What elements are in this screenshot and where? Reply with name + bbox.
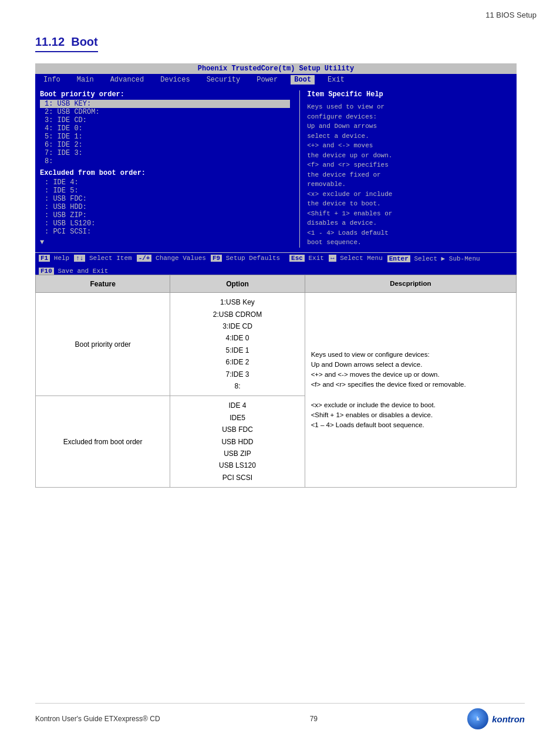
bios-menu-exit[interactable]: Exit	[324, 75, 348, 84]
section-title: 11.12 Boot	[35, 35, 98, 52]
feature-excluded: Excluded from boot order	[36, 396, 170, 488]
option-ide5: IDE5	[176, 412, 298, 424]
option-pci-scsi: PCI SCSI	[176, 472, 298, 484]
option-usb-zip: USB ZIP	[176, 448, 298, 459]
option-usb-fdc: USB FDC	[176, 424, 298, 435]
bios-boot-item-8[interactable]: 8:	[40, 157, 290, 165]
bios-screen: Phoenix TrustedCore(tm) Setup Utility In…	[35, 63, 517, 276]
bios-excl-usb-fdc[interactable]: : USB FDC:	[40, 195, 290, 203]
footer-enter: Enter Select ▶ Sub-Menu	[387, 255, 480, 263]
bios-boot-item-2[interactable]: 2: USB CDROM:	[40, 108, 290, 116]
feature-boot-priority: Boot priority order	[36, 293, 170, 396]
option-ide1: 5:IDE 1	[176, 344, 298, 356]
bios-help-content: Keys used to view or configure devices: …	[307, 102, 512, 248]
kontron-icon: k	[467, 708, 488, 729]
esc-key: Esc	[289, 255, 305, 262]
bios-right-panel: Item Specific Help Keys used to view or …	[299, 90, 512, 248]
bios-menu-advanced[interactable]: Advanced	[107, 75, 148, 84]
bios-title-bar: Phoenix TrustedCore(tm) Setup Utility	[35, 63, 517, 74]
bios-content: Boot priority order: 1: USB KEY: 2: USB …	[35, 86, 517, 252]
footer-change: -/+ Change Values	[137, 255, 206, 263]
bios-excl-usb-zip[interactable]: : USB ZIP:	[40, 211, 290, 219]
footer-f1: F1 Help	[39, 255, 69, 263]
option-ide-cd: 3:IDE CD	[176, 320, 298, 332]
f9-key: F9	[211, 255, 222, 262]
option-usb-ls120: USB LS120	[176, 459, 298, 471]
change-key: -/+	[137, 255, 152, 262]
f10-key: F10	[39, 268, 54, 275]
boot-priority-options: 1:USB Key 2:USB CDROM 3:IDE CD 4:IDE 0 5…	[176, 296, 298, 392]
table-row-boot-priority: Boot priority order 1:USB Key 2:USB CDRO…	[36, 293, 517, 396]
bios-left-panel: Boot priority order: 1: USB KEY: 2: USB …	[40, 90, 299, 248]
page-footer: Kontron User's Guide ETXexpress® CD 79 k…	[35, 703, 525, 729]
bios-menu-security[interactable]: Security	[203, 75, 244, 84]
option-excluded: IDE 4 IDE5 USB FDC USB HDD USB ZIP USB L…	[170, 396, 305, 488]
bios-boot-item-6[interactable]: 6: IDE 2:	[40, 141, 290, 149]
bios-menu-info[interactable]: Info	[40, 75, 64, 84]
option-ide0: 4:IDE 0	[176, 332, 298, 344]
bios-menu-bar: Info Main Advanced Devices Security Powe…	[35, 74, 517, 86]
option-ide2: 6:IDE 2	[176, 356, 298, 368]
table-header-desc: Descpription	[305, 275, 516, 293]
footer-doc-title: Kontron User's Guide ETXexpress® CD	[35, 715, 160, 723]
bios-excl-ide5[interactable]: : IDE 5:	[40, 187, 290, 195]
footer-updown: ↑↓ Select Item	[74, 255, 131, 263]
boot-priority-label: Boot priority order:	[40, 90, 290, 99]
bios-boot-item-1[interactable]: 1: USB KEY:	[40, 100, 290, 108]
enter-key: Enter	[387, 255, 410, 262]
bios-boot-item-7[interactable]: 7: IDE 3:	[40, 149, 290, 157]
bios-excl-ide4[interactable]: : IDE 4:	[40, 178, 290, 187]
bios-boot-item-3[interactable]: 3: IDE CD:	[40, 116, 290, 124]
table-header-feature: Feature	[36, 275, 170, 293]
bios-menu-boot[interactable]: Boot	[291, 75, 315, 84]
option-usb-key: 1:USB Key	[176, 296, 298, 308]
option-ide3-8: 8:	[176, 380, 298, 392]
page-chapter-label: 11 BIOS Setup	[485, 11, 537, 19]
option-ide3: 7:IDE 3	[176, 369, 298, 380]
excluded-options: IDE 4 IDE5 USB FDC USB HDD USB ZIP USB L…	[176, 400, 298, 484]
bios-menu-devices[interactable]: Devices	[157, 75, 193, 84]
option-usb-cdrom: 2:USB CDROM	[176, 309, 298, 320]
f1-key: F1	[39, 255, 50, 262]
excluded-label: Excluded from boot order:	[40, 169, 290, 177]
bios-help-title: Item Specific Help	[307, 90, 512, 99]
bios-boot-item-4[interactable]: 4: IDE 0:	[40, 124, 290, 133]
info-table: Feature Option Descpription Boot priorit…	[35, 275, 517, 488]
kontron-logo: k kontron	[467, 708, 525, 729]
footer-esc: Esc Exit	[289, 255, 324, 263]
bios-footer: F1 Help ↑↓ Select Item -/+ Change Values…	[35, 252, 517, 276]
footer-page-num: 79	[310, 715, 318, 723]
kontron-brand: kontron	[492, 714, 525, 724]
bios-boot-item-5[interactable]: 5: IDE 1:	[40, 133, 290, 141]
bios-excl-pci-scsi[interactable]: : PCI SCSI:	[40, 228, 290, 236]
scroll-indicator: ▼	[40, 238, 290, 246]
option-usb-hdd: USB HDD	[176, 436, 298, 448]
footer-lr: ↔ Select Menu	[329, 255, 383, 263]
bios-excl-usb-hdd[interactable]: : USB HDD:	[40, 203, 290, 211]
footer-f10: F10 Save and Exit	[39, 268, 108, 275]
option-ide4: IDE 4	[176, 400, 298, 411]
table-header-option: Option	[170, 275, 305, 293]
bios-menu-power[interactable]: Power	[253, 75, 281, 84]
bios-excl-usb-ls120[interactable]: : USB LS120:	[40, 219, 290, 228]
bios-menu-main[interactable]: Main	[73, 75, 97, 84]
option-boot-priority: 1:USB Key 2:USB CDROM 3:IDE CD 4:IDE 0 5…	[170, 293, 305, 396]
lr-key: ↔	[329, 255, 336, 262]
updown-key: ↑↓	[74, 255, 85, 262]
desc-boot-priority: Keys used to view or configure devices: …	[305, 293, 516, 488]
footer-f9: F9 Setup Defaults	[211, 255, 280, 263]
